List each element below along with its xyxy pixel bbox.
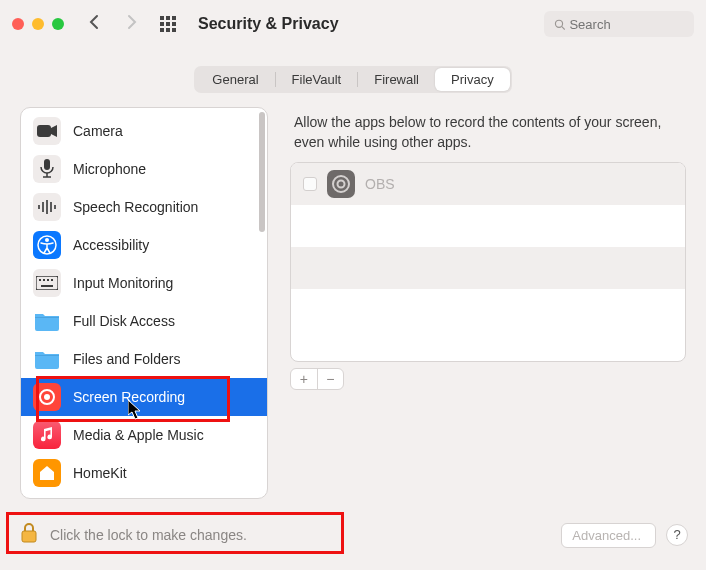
sidebar-item-label: Speech Recognition <box>73 199 198 215</box>
svg-rect-3 <box>44 159 50 170</box>
detail-pane: Allow the apps below to record the conte… <box>290 107 686 499</box>
sidebar-item-label: Full Disk Access <box>73 313 175 329</box>
back-button[interactable] <box>82 14 108 35</box>
svg-point-24 <box>338 181 345 188</box>
app-row-empty <box>291 205 685 247</box>
sidebar-item-label: Media & Apple Music <box>73 427 204 443</box>
svg-rect-9 <box>50 202 52 212</box>
tab-general[interactable]: General <box>196 68 274 91</box>
sidebar-item-camera[interactable]: Camera <box>21 112 267 150</box>
svg-rect-19 <box>35 317 59 318</box>
minimize-window-button[interactable] <box>32 18 44 30</box>
app-row-empty <box>291 247 685 289</box>
sidebar-item-screen-recording[interactable]: Screen Recording <box>21 378 267 416</box>
tab-strip: General FileVault Firewall Privacy <box>0 66 706 93</box>
footer: Click the lock to make changes. Advanced… <box>18 522 688 548</box>
sidebar-item-speech-recognition[interactable]: Speech Recognition <box>21 188 267 226</box>
speech-recognition-icon <box>33 193 61 221</box>
sidebar-item-label: Screen Recording <box>73 389 185 405</box>
search-input[interactable] <box>569 17 684 32</box>
svg-rect-25 <box>22 531 36 542</box>
tab-firewall[interactable]: Firewall <box>358 68 435 91</box>
svg-rect-15 <box>43 279 45 281</box>
svg-rect-16 <box>47 279 49 281</box>
svg-line-1 <box>562 26 565 29</box>
add-remove-control: + − <box>290 368 344 390</box>
sidebar-item-full-disk-access[interactable]: Full Disk Access <box>21 302 267 340</box>
sidebar-item-label: Microphone <box>73 161 146 177</box>
keyboard-icon <box>33 269 61 297</box>
svg-rect-6 <box>38 205 40 209</box>
home-icon <box>33 459 61 487</box>
close-window-button[interactable] <box>12 18 24 30</box>
app-list: OBS <box>290 162 686 362</box>
svg-rect-13 <box>36 276 58 290</box>
remove-app-button[interactable]: − <box>318 369 344 389</box>
folder-icon <box>33 307 61 335</box>
sidebar-item-homekit[interactable]: HomeKit <box>21 454 267 492</box>
sidebar-item-label: Accessibility <box>73 237 149 253</box>
search-icon <box>554 18 565 31</box>
sidebar-item-files-and-folders[interactable]: Files and Folders <box>21 340 267 378</box>
lock-text: Click the lock to make changes. <box>50 527 247 543</box>
sidebar-item-label: Input Monitoring <box>73 275 173 291</box>
window-title: Security & Privacy <box>198 15 339 33</box>
music-icon <box>33 421 61 449</box>
svg-point-0 <box>555 20 562 27</box>
search-field[interactable] <box>544 11 694 37</box>
toolbar: Security & Privacy <box>0 0 706 48</box>
sidebar-item-label: HomeKit <box>73 465 127 481</box>
svg-rect-8 <box>46 200 48 214</box>
svg-rect-18 <box>41 285 53 287</box>
app-checkbox[interactable] <box>303 177 317 191</box>
svg-rect-2 <box>37 125 51 137</box>
tab-filevault[interactable]: FileVault <box>276 68 358 91</box>
show-all-icon[interactable] <box>160 16 176 32</box>
accessibility-icon <box>33 231 61 259</box>
app-row[interactable]: OBS <box>291 163 685 205</box>
sidebar-item-label: Files and Folders <box>73 351 180 367</box>
help-button[interactable]: ? <box>666 524 688 546</box>
add-app-button[interactable]: + <box>291 369 318 389</box>
app-row-empty <box>291 289 685 331</box>
sidebar-item-accessibility[interactable]: Accessibility <box>21 226 267 264</box>
tab-privacy[interactable]: Privacy <box>435 68 510 91</box>
sidebar-item-input-monitoring[interactable]: Input Monitoring <box>21 264 267 302</box>
forward-button[interactable] <box>118 14 144 35</box>
record-icon <box>33 383 61 411</box>
sidebar-item-microphone[interactable]: Microphone <box>21 150 267 188</box>
svg-rect-10 <box>54 205 56 209</box>
lock-icon[interactable] <box>18 522 40 548</box>
folder-icon <box>33 345 61 373</box>
microphone-icon <box>33 155 61 183</box>
detail-description: Allow the apps below to record the conte… <box>290 107 686 162</box>
sidebar-item-media-apple-music[interactable]: Media & Apple Music <box>21 416 267 454</box>
svg-point-22 <box>44 394 50 400</box>
camera-icon <box>33 117 61 145</box>
svg-rect-14 <box>39 279 41 281</box>
svg-rect-17 <box>51 279 53 281</box>
zoom-window-button[interactable] <box>52 18 64 30</box>
obs-app-icon <box>327 170 355 198</box>
privacy-category-sidebar: Camera Microphone Speech Recognition Acc… <box>20 107 268 499</box>
sidebar-item-label: Camera <box>73 123 123 139</box>
svg-rect-7 <box>42 202 44 212</box>
app-name: OBS <box>365 176 395 192</box>
svg-rect-20 <box>35 355 59 356</box>
svg-point-23 <box>333 176 349 192</box>
advanced-button[interactable]: Advanced... <box>561 523 656 548</box>
window-controls <box>12 18 64 30</box>
svg-point-12 <box>45 238 49 242</box>
